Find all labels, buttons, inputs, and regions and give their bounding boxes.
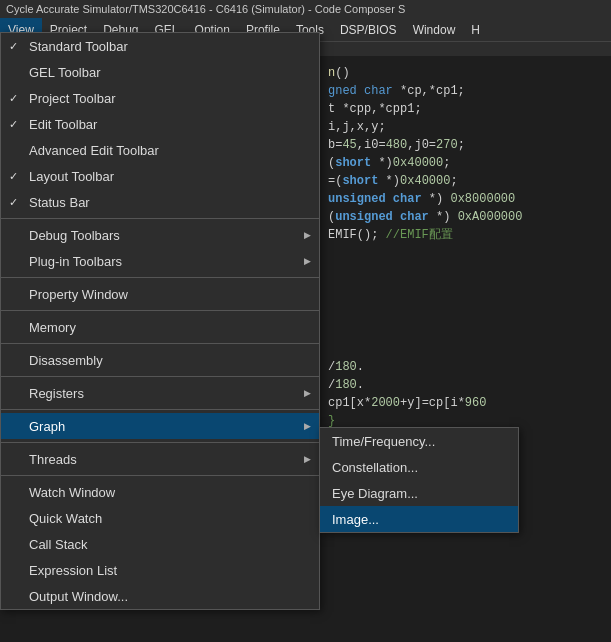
sep-2 bbox=[1, 277, 319, 278]
menu-help[interactable]: H bbox=[463, 18, 488, 41]
label-status-bar: Status Bar bbox=[29, 195, 311, 210]
code-line-4: t *cpp,*cpp1; bbox=[328, 100, 603, 118]
code-line-12: /180. bbox=[328, 358, 603, 376]
menu-item-gel-toolbar[interactable]: GEL Toolbar bbox=[1, 59, 319, 85]
menu-window[interactable]: Window bbox=[405, 18, 464, 41]
sep-6 bbox=[1, 409, 319, 410]
code-line-5: i,j,x,y; bbox=[328, 118, 603, 136]
view-dropdown-menu: ✓ Standard Toolbar GEL Toolbar ✓ Project… bbox=[0, 32, 320, 610]
label-property-window: Property Window bbox=[29, 287, 311, 302]
label-plugin-toolbars: Plug-in Toolbars bbox=[29, 254, 311, 269]
label-threads: Threads bbox=[29, 452, 311, 467]
check-project-toolbar: ✓ bbox=[9, 92, 18, 105]
check-status-bar: ✓ bbox=[9, 196, 18, 209]
menu-item-quick-watch[interactable]: Quick Watch bbox=[1, 505, 319, 531]
sep-5 bbox=[1, 376, 319, 377]
menu-item-property-window[interactable]: Property Window bbox=[1, 281, 319, 307]
code-line-7: (short *)0x40000; bbox=[328, 154, 603, 172]
menu-item-disassembly[interactable]: Disassembly bbox=[1, 347, 319, 373]
label-project-toolbar: Project Toolbar bbox=[29, 91, 311, 106]
menu-item-edit-toolbar[interactable]: ✓ Edit Toolbar bbox=[1, 111, 319, 137]
menu-item-debug-toolbars[interactable]: Debug Toolbars bbox=[1, 222, 319, 248]
submenu-item-eye-diagram[interactable]: Eye Diagram... bbox=[320, 480, 518, 506]
label-call-stack: Call Stack bbox=[29, 537, 311, 552]
label-expression-list: Expression List bbox=[29, 563, 311, 578]
label-memory: Memory bbox=[29, 320, 311, 335]
title-text: Cycle Accurate Simulator/TMS320C6416 - C… bbox=[6, 3, 405, 15]
submenu-item-image[interactable]: Image... bbox=[320, 506, 518, 532]
label-advanced-edit-toolbar: Advanced Edit Toolbar bbox=[29, 143, 311, 158]
sep-3 bbox=[1, 310, 319, 311]
code-line-1: n() bbox=[328, 64, 603, 82]
label-time-frequency: Time/Frequency... bbox=[332, 434, 435, 449]
code-line-11: EMIF(); //EMIF配置 bbox=[328, 226, 603, 244]
code-area: n() gned char *cp,*cp1; t *cpp,*cpp1; i,… bbox=[320, 56, 611, 642]
code-line-10: (unsigned char *) 0xA000000 bbox=[328, 208, 603, 226]
sep-4 bbox=[1, 343, 319, 344]
menu-item-watch-window[interactable]: Watch Window bbox=[1, 479, 319, 505]
label-disassembly: Disassembly bbox=[29, 353, 311, 368]
label-watch-window: Watch Window bbox=[29, 485, 311, 500]
check-edit-toolbar: ✓ bbox=[9, 118, 18, 131]
label-standard-toolbar: Standard Toolbar bbox=[29, 39, 311, 54]
label-quick-watch: Quick Watch bbox=[29, 511, 311, 526]
label-eye-diagram: Eye Diagram... bbox=[332, 486, 418, 501]
menu-item-threads[interactable]: Threads bbox=[1, 446, 319, 472]
submenu-item-constellation[interactable]: Constellation... bbox=[320, 454, 518, 480]
code-line-9: unsigned char *) 0x8000000 bbox=[328, 190, 603, 208]
label-registers: Registers bbox=[29, 386, 311, 401]
code-line-8: =(short *)0x40000; bbox=[328, 172, 603, 190]
menu-item-memory[interactable]: Memory bbox=[1, 314, 319, 340]
menu-item-standard-toolbar[interactable]: ✓ Standard Toolbar bbox=[1, 33, 319, 59]
label-debug-toolbars: Debug Toolbars bbox=[29, 228, 311, 243]
menu-dspbios[interactable]: DSP/BIOS bbox=[332, 18, 405, 41]
menu-item-advanced-edit-toolbar[interactable]: Advanced Edit Toolbar bbox=[1, 137, 319, 163]
label-output-window: Output Window... bbox=[29, 589, 311, 604]
submenu-item-time-frequency[interactable]: Time/Frequency... bbox=[320, 428, 518, 454]
menu-item-expression-list[interactable]: Expression List bbox=[1, 557, 319, 583]
menu-item-status-bar[interactable]: ✓ Status Bar bbox=[1, 189, 319, 215]
code-line-13: /180. bbox=[328, 376, 603, 394]
menu-item-graph[interactable]: Graph bbox=[1, 413, 319, 439]
label-graph: Graph bbox=[29, 419, 311, 434]
check-standard-toolbar: ✓ bbox=[9, 40, 18, 53]
menu-item-registers[interactable]: Registers bbox=[1, 380, 319, 406]
menu-item-project-toolbar[interactable]: ✓ Project Toolbar bbox=[1, 85, 319, 111]
menu-item-plugin-toolbars[interactable]: Plug-in Toolbars bbox=[1, 248, 319, 274]
sep-7 bbox=[1, 442, 319, 443]
graph-submenu: Time/Frequency... Constellation... Eye D… bbox=[319, 427, 519, 533]
title-bar: Cycle Accurate Simulator/TMS320C6416 - C… bbox=[0, 0, 611, 18]
label-edit-toolbar: Edit Toolbar bbox=[29, 117, 311, 132]
label-layout-toolbar: Layout Toolbar bbox=[29, 169, 311, 184]
menu-item-call-stack[interactable]: Call Stack bbox=[1, 531, 319, 557]
sep-8 bbox=[1, 475, 319, 476]
code-line-6: b=45,i0=480,j0=270; bbox=[328, 136, 603, 154]
label-gel-toolbar: GEL Toolbar bbox=[29, 65, 311, 80]
code-line-3: gned char *cp,*cp1; bbox=[328, 82, 603, 100]
code-line-14: cp1[x*2000+y]=cp[i*960 bbox=[328, 394, 603, 412]
label-constellation: Constellation... bbox=[332, 460, 418, 475]
menu-item-layout-toolbar[interactable]: ✓ Layout Toolbar bbox=[1, 163, 319, 189]
sep-1 bbox=[1, 218, 319, 219]
label-image: Image... bbox=[332, 512, 379, 527]
check-layout-toolbar: ✓ bbox=[9, 170, 18, 183]
menu-item-output-window[interactable]: Output Window... bbox=[1, 583, 319, 609]
